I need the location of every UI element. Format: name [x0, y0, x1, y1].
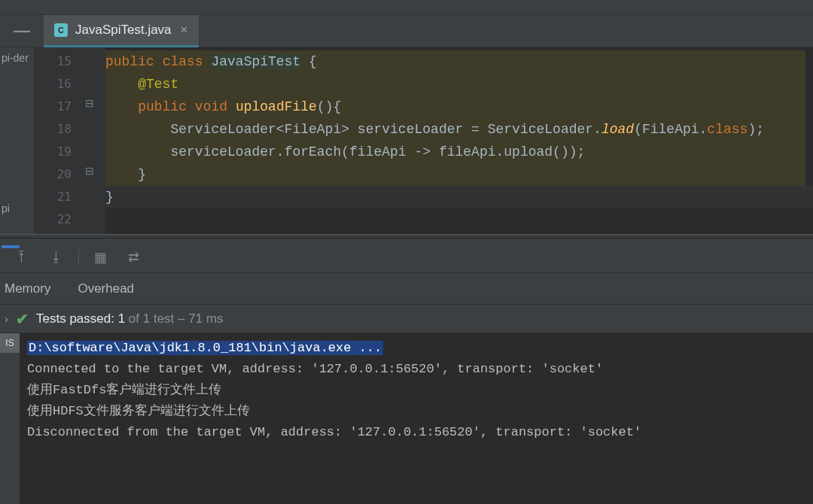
sidebar-item[interactable]: pi: [2, 202, 34, 214]
settings-icon[interactable]: ⇄: [128, 249, 139, 266]
collapse-sidebar-icon[interactable]: —: [14, 21, 30, 41]
console-side-nav[interactable]: IS: [0, 333, 20, 504]
test-status-text: Tests passed: 1 of 1 test – 71 ms: [36, 311, 224, 326]
tab-overhead[interactable]: Overhead: [78, 281, 134, 296]
top-toolbar: [0, 0, 813, 15]
line-number[interactable]: 15↺: [34, 50, 72, 73]
export-icon[interactable]: ⭱: [15, 249, 29, 265]
fold-column[interactable]: ⊟ ⊟: [79, 47, 105, 234]
code-line: }: [105, 163, 813, 186]
import-icon[interactable]: ⭳: [50, 249, 63, 265]
code-line: ServiceLoader<FileApi> serviceLoader = S…: [105, 118, 813, 141]
chevron-right-icon[interactable]: ›: [5, 312, 8, 325]
code-line: public class JavaSpiTest {: [105, 50, 813, 73]
grid-icon[interactable]: ▦: [94, 249, 107, 266]
project-sidebar[interactable]: pi-der pi: [0, 47, 34, 234]
code-line: serviceLoader.forEach(fileApi -> fileApi…: [105, 141, 813, 163]
separator: [78, 249, 79, 266]
editor-area: pi-der pi 15↺ 16 17↺ 18 19 20 21 22 ⊟ ⊟ …: [0, 47, 813, 234]
line-number[interactable]: 17↺: [34, 96, 72, 118]
debug-subtabs: Memory Overhead: [0, 273, 813, 305]
fold-start-icon[interactable]: ⊟: [85, 97, 94, 109]
java-class-icon: C: [54, 23, 68, 37]
code-line: @Test: [105, 73, 813, 96]
tab-memory[interactable]: Memory: [5, 281, 50, 296]
sidebar-item[interactable]: pi-der: [2, 52, 34, 202]
code-line: public void uploadFile(){: [105, 96, 813, 118]
console-line: Disconnected from the target VM, address…: [27, 422, 805, 443]
fold-end-icon[interactable]: ⊟: [85, 165, 94, 177]
console-area: IS D:\software\Java\jdk1.8.0_181\bin\jav…: [0, 333, 813, 504]
line-number[interactable]: 21: [34, 186, 72, 208]
editor-tab[interactable]: C JavaSpiTest.java ×: [44, 15, 199, 47]
console-output[interactable]: D:\software\Java\jdk1.8.0_181\bin\java.e…: [20, 333, 813, 504]
line-number[interactable]: 19: [34, 141, 72, 163]
code-line: [105, 208, 813, 231]
line-gutter[interactable]: 15↺ 16 17↺ 18 19 20 21 22: [34, 47, 79, 234]
console-nav-item[interactable]: IS: [0, 333, 20, 353]
console-line: D:\software\Java\jdk1.8.0_181\bin\java.e…: [27, 338, 805, 359]
test-status-bar: › ✔ Tests passed: 1 of 1 test – 71 ms: [0, 305, 813, 333]
console-line: 使用FastDfs客户端进行文件上传: [27, 380, 805, 401]
console-command: D:\software\Java\jdk1.8.0_181\bin\java.e…: [27, 341, 383, 355]
run-toolbar: ⭱ ⭳ ▦ ⇄: [0, 241, 813, 273]
code-line: }: [105, 186, 813, 208]
check-icon: ✔: [16, 310, 29, 328]
console-line: Connected to the target VM, address: '12…: [27, 359, 805, 380]
console-line: 使用HDFS文件服务客户端进行文件上传: [27, 401, 805, 422]
close-icon[interactable]: ×: [181, 23, 188, 38]
code-editor[interactable]: public class JavaSpiTest { @Test public …: [105, 47, 813, 234]
line-number[interactable]: 22: [34, 208, 72, 231]
line-number[interactable]: 18: [34, 118, 72, 141]
line-number[interactable]: 20: [34, 163, 72, 186]
editor-tab-row: — C JavaSpiTest.java ×: [0, 15, 813, 47]
editor-tab-label: JavaSpiTest.java: [75, 23, 172, 38]
line-number[interactable]: 16: [34, 73, 72, 96]
